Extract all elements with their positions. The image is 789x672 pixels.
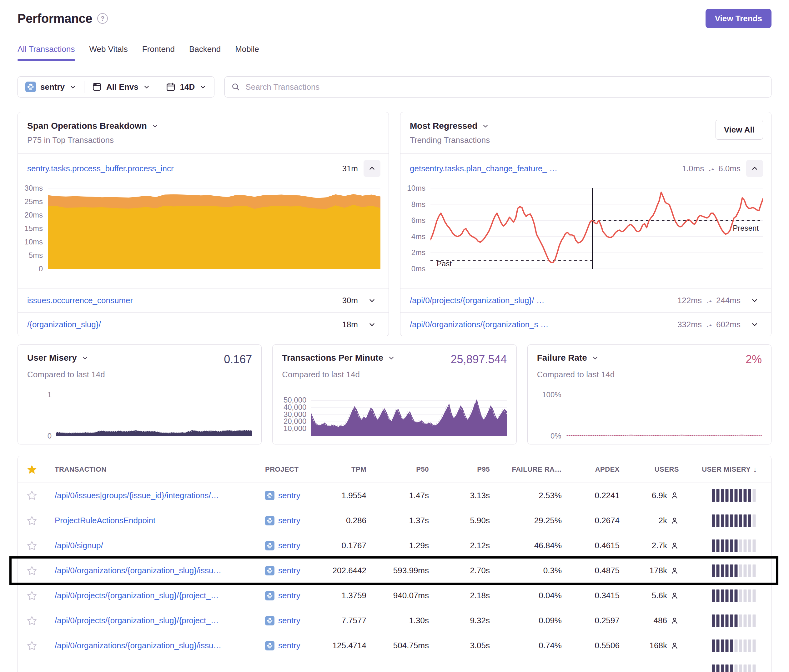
regressed-link[interactable]: /api/0/organizations/{organization_s … [410, 320, 549, 329]
star-cell[interactable] [18, 540, 46, 551]
user-misery-bars [712, 539, 757, 552]
span-op-value: 31m [342, 164, 358, 174]
card-subtitle: Compared to last 14d [27, 370, 252, 380]
user-misery-bars [712, 564, 757, 578]
expand-button[interactable] [746, 296, 763, 305]
card-title[interactable]: User Misery [27, 353, 77, 363]
column-header-apdex[interactable]: APDEX [574, 465, 632, 474]
tpm-cell: 7.7577 [326, 616, 379, 626]
project-cell: sentry [254, 541, 326, 551]
star-header[interactable] [18, 464, 46, 475]
regressed-link[interactable]: /api/0/projects/{organization_slug}/ … [410, 296, 545, 305]
span-op-link[interactable]: /{organization_slug}/ [27, 320, 101, 329]
star-cell[interactable] [18, 640, 46, 651]
transaction-link[interactable]: /api/0/organizations/{organization_slug}… [55, 641, 221, 650]
project-link[interactable]: sentry [278, 616, 300, 626]
collapse-button[interactable] [746, 160, 763, 177]
apdex-cell: 0.3415 [574, 591, 632, 600]
column-header-p95[interactable]: P95 [441, 465, 502, 474]
card-title[interactable]: Transactions Per Minute [282, 353, 383, 363]
project-link[interactable]: sentry [278, 566, 300, 575]
transaction-link[interactable]: /api/0/projects/{organization_slug}/{pro… [55, 616, 219, 626]
calendar-icon [166, 82, 176, 92]
p50-cell: 1.37s [379, 516, 441, 525]
column-header-p50[interactable]: P50 [379, 465, 441, 474]
span-op-value: 18m [342, 320, 358, 329]
card-header: Span Operations Breakdown P75 in Top Tra… [18, 112, 388, 153]
tab-all-transactions[interactable]: All Transactions [18, 45, 75, 61]
column-header-transaction[interactable]: TRANSACTION [46, 465, 254, 474]
chevron-up-icon [368, 164, 376, 172]
users-cell: 6.9k [632, 491, 692, 500]
chevron-down-icon [143, 83, 150, 91]
table-row[interactable]: /api/0/organizations/{organization_slug}… [18, 558, 771, 583]
user-misery-bars [712, 514, 757, 528]
transaction-link[interactable]: /api/0/signup/ [55, 541, 103, 551]
transaction-link[interactable]: /api/0/organizations/{organization_slug}… [55, 566, 221, 575]
star-cell[interactable] [18, 615, 46, 626]
user-misery-cell [692, 488, 771, 502]
column-header-project[interactable]: PROJECT [254, 465, 326, 474]
project-link[interactable]: sentry [278, 516, 300, 525]
environment-filter[interactable]: All Envs [85, 77, 158, 97]
expand-button[interactable] [746, 320, 763, 329]
project-filter[interactable]: sentry [18, 77, 84, 97]
project-cell: sentry [254, 641, 326, 650]
card-title[interactable]: Most Regressed [410, 121, 478, 131]
table-row[interactable]: /api/0/issues|groups/{issue_id}/integrat… [18, 483, 771, 508]
expand-button[interactable] [364, 320, 380, 329]
help-icon[interactable]: ? [97, 13, 108, 24]
project-link[interactable]: sentry [278, 541, 300, 551]
star-cell[interactable] [18, 565, 46, 576]
view-all-button[interactable]: View All [716, 120, 763, 140]
tab-mobile[interactable]: Mobile [235, 45, 259, 61]
failure-rate-value: 2% [746, 353, 762, 366]
tab-web-vitals[interactable]: Web Vitals [89, 45, 128, 61]
search-input[interactable] [245, 82, 765, 92]
table-row[interactable]: /api/0/projects/{organization_slug}/{pro… [18, 583, 771, 608]
view-trends-button[interactable]: View Trends [706, 9, 771, 28]
regression-range: 1.0ms → 6.0ms [682, 164, 741, 174]
collapse-button[interactable] [364, 160, 380, 177]
project-link[interactable]: sentry [278, 641, 300, 650]
tab-backend[interactable]: Backend [189, 45, 221, 61]
expand-button[interactable] [364, 296, 380, 305]
star-outline-icon [27, 565, 37, 576]
project-link[interactable]: sentry [278, 491, 300, 500]
python-logo-icon [266, 642, 273, 649]
regressed-link[interactable]: getsentry.tasks.plan_change_feature_ … [410, 164, 557, 174]
failure-rate-cell: 0.3% [502, 566, 574, 575]
table-row[interactable]: /api/0/organizations/{organization_slug}… [18, 633, 771, 658]
star-cell[interactable] [18, 490, 46, 501]
tab-frontend[interactable]: Frontend [142, 45, 175, 61]
column-header-tpm[interactable]: TPM [326, 465, 379, 474]
date-range-filter-label: 14D [180, 82, 195, 92]
table-row[interactable]: ProjectRuleActionsEndpoint sentry 0.286 … [18, 508, 771, 533]
y-axis: 30ms25ms 20ms15ms 10ms5ms 0 [18, 188, 48, 269]
span-op-value: 30m [342, 296, 358, 305]
card-title[interactable]: Span Operations Breakdown [27, 121, 147, 131]
card-title[interactable]: Failure Rate [537, 353, 587, 363]
transaction-link[interactable]: ProjectRuleActionsEndpoint [55, 516, 155, 525]
table-row[interactable] [18, 658, 771, 672]
column-header-user-misery[interactable]: USER MISERY ↓ [692, 465, 771, 474]
star-cell[interactable] [18, 591, 46, 601]
column-header-failure-rate[interactable]: FAILURE RA… [502, 465, 574, 474]
star-cell[interactable] [18, 516, 46, 526]
regression-chart-area: 10ms8ms 6ms4ms 2ms0ms Past Present [401, 183, 771, 288]
project-link[interactable]: sentry [278, 591, 300, 600]
tabs: All TransactionsWeb VitalsFrontendBacken… [18, 45, 771, 61]
span-op-link[interactable]: sentry.tasks.process_buffer.process_incr [27, 164, 174, 174]
transaction-link[interactable]: /api/0/projects/{organization_slug}/{pro… [55, 591, 219, 600]
transaction-link[interactable]: /api/0/issues|groups/{issue_id}/integrat… [55, 491, 219, 500]
date-range-filter[interactable]: 14D [158, 77, 214, 97]
chevron-up-icon [751, 164, 759, 172]
table-body: /api/0/issues|groups/{issue_id}/integrat… [18, 483, 771, 672]
apdex-cell: 0.4875 [574, 566, 632, 575]
table-row[interactable]: /api/0/projects/{organization_slug}/{pro… [18, 608, 771, 633]
table-row[interactable]: /api/0/signup/ sentry 0.1767 1.29s 2.12s… [18, 533, 771, 558]
star-outline-icon [27, 591, 37, 601]
page-title: Performance [18, 11, 92, 26]
span-op-link[interactable]: issues.occurrence_consumer [27, 296, 133, 305]
column-header-users[interactable]: USERS [632, 465, 692, 474]
